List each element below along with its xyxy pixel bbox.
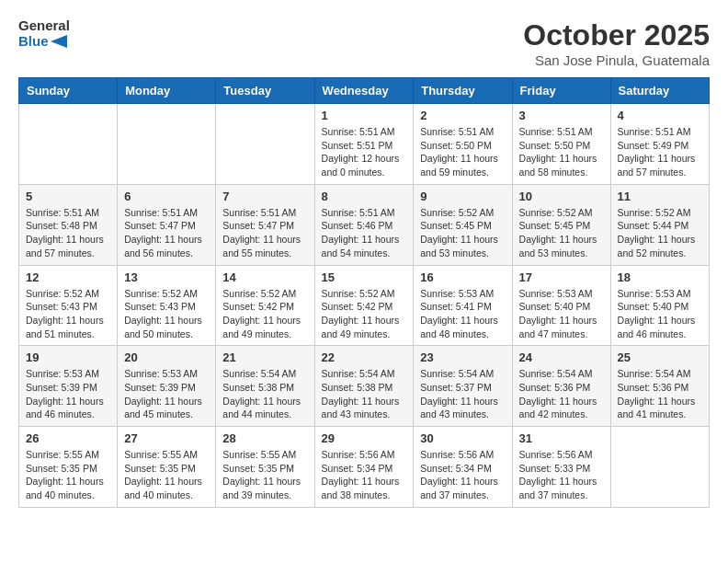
calendar-day-cell: 11Sunrise: 5:52 AMSunset: 5:44 PMDayligh… [610,184,709,265]
header-tuesday: Tuesday [216,78,314,104]
day-info: Sunrise: 5:55 AMSunset: 5:35 PMDaylight:… [222,448,307,502]
day-info: Sunrise: 5:54 AMSunset: 5:36 PMDaylight:… [618,367,702,421]
day-number: 5 [26,190,110,203]
day-number: 11 [618,190,702,203]
logo: General Blue [18,18,70,49]
day-info: Sunrise: 5:55 AMSunset: 5:35 PMDaylight:… [124,448,209,502]
svg-marker-0 [51,35,67,48]
header-thursday: Thursday [414,78,512,104]
day-number: 6 [124,190,209,203]
day-number: 27 [124,431,209,445]
calendar-day-cell: 30Sunrise: 5:56 AMSunset: 5:34 PMDayligh… [414,427,512,508]
calendar-day-cell: 18Sunrise: 5:53 AMSunset: 5:40 PMDayligh… [610,265,709,346]
day-info: Sunrise: 5:54 AMSunset: 5:37 PMDaylight:… [420,367,505,421]
day-number: 28 [222,431,307,445]
calendar-day-cell [19,104,118,185]
day-info: Sunrise: 5:53 AMSunset: 5:39 PMDaylight:… [124,367,209,421]
calendar-day-cell: 8Sunrise: 5:51 AMSunset: 5:46 PMDaylight… [314,184,414,265]
day-number: 19 [26,350,110,364]
calendar-day-cell: 12Sunrise: 5:52 AMSunset: 5:43 PMDayligh… [19,265,118,346]
calendar-subtitle: San Jose Pinula, Guatemala [523,52,710,68]
title-block: October 2025 San Jose Pinula, Guatemala [523,18,710,68]
day-info: Sunrise: 5:52 AMSunset: 5:42 PMDaylight:… [222,287,307,341]
day-info: Sunrise: 5:51 AMSunset: 5:50 PMDaylight:… [420,125,505,179]
calendar-day-cell: 9Sunrise: 5:52 AMSunset: 5:45 PMDaylight… [414,184,512,265]
calendar-day-cell: 22Sunrise: 5:54 AMSunset: 5:38 PMDayligh… [314,346,414,427]
header-wednesday: Wednesday [314,78,414,104]
day-number: 20 [124,350,209,364]
calendar-week-row: 19Sunrise: 5:53 AMSunset: 5:39 PMDayligh… [19,346,710,427]
day-info: Sunrise: 5:54 AMSunset: 5:38 PMDaylight:… [222,367,307,421]
day-info: Sunrise: 5:55 AMSunset: 5:35 PMDaylight:… [26,448,110,502]
day-info: Sunrise: 5:54 AMSunset: 5:36 PMDaylight:… [519,367,604,421]
day-number: 18 [618,270,702,284]
calendar-day-cell: 15Sunrise: 5:52 AMSunset: 5:42 PMDayligh… [314,265,414,346]
day-info: Sunrise: 5:56 AMSunset: 5:33 PMDaylight:… [519,448,604,502]
day-number: 3 [519,109,604,122]
calendar-day-cell: 10Sunrise: 5:52 AMSunset: 5:45 PMDayligh… [512,184,610,265]
day-info: Sunrise: 5:52 AMSunset: 5:45 PMDaylight:… [519,206,604,260]
calendar-day-cell: 31Sunrise: 5:56 AMSunset: 5:33 PMDayligh… [512,427,610,508]
day-info: Sunrise: 5:53 AMSunset: 5:40 PMDaylight:… [618,287,702,341]
day-number: 4 [618,109,702,122]
day-info: Sunrise: 5:52 AMSunset: 5:43 PMDaylight:… [26,287,110,341]
calendar-day-cell: 16Sunrise: 5:53 AMSunset: 5:41 PMDayligh… [414,265,512,346]
calendar-day-cell: 7Sunrise: 5:51 AMSunset: 5:47 PMDaylight… [216,184,314,265]
day-number: 26 [26,431,110,445]
calendar-day-cell: 6Sunrise: 5:51 AMSunset: 5:47 PMDaylight… [118,184,216,265]
calendar-day-cell: 14Sunrise: 5:52 AMSunset: 5:42 PMDayligh… [216,265,314,346]
calendar-day-cell: 24Sunrise: 5:54 AMSunset: 5:36 PMDayligh… [512,346,610,427]
day-number: 2 [420,109,505,122]
calendar-day-cell: 3Sunrise: 5:51 AMSunset: 5:50 PMDaylight… [512,104,610,185]
logo-text-block: General Blue [18,18,70,49]
calendar-day-cell: 1Sunrise: 5:51 AMSunset: 5:51 PMDaylight… [314,104,414,185]
day-info: Sunrise: 5:52 AMSunset: 5:42 PMDaylight:… [322,287,407,341]
calendar-day-cell: 17Sunrise: 5:53 AMSunset: 5:40 PMDayligh… [512,265,610,346]
day-number: 14 [222,270,307,284]
day-number: 31 [519,431,604,445]
calendar-day-cell: 20Sunrise: 5:53 AMSunset: 5:39 PMDayligh… [118,346,216,427]
calendar-day-cell [118,104,216,185]
day-header-row: Sunday Monday Tuesday Wednesday Thursday… [19,78,710,104]
calendar-table: Sunday Monday Tuesday Wednesday Thursday… [18,77,710,508]
calendar-day-cell: 29Sunrise: 5:56 AMSunset: 5:34 PMDayligh… [314,427,414,508]
day-info: Sunrise: 5:53 AMSunset: 5:41 PMDaylight:… [420,287,505,341]
day-number: 25 [618,350,702,364]
day-number: 23 [420,350,505,364]
calendar-day-cell: 5Sunrise: 5:51 AMSunset: 5:48 PMDaylight… [19,184,118,265]
day-info: Sunrise: 5:54 AMSunset: 5:38 PMDaylight:… [322,367,407,421]
day-info: Sunrise: 5:52 AMSunset: 5:45 PMDaylight:… [420,206,505,260]
day-number: 21 [222,350,307,364]
header-monday: Monday [118,78,216,104]
header-saturday: Saturday [610,78,709,104]
calendar-week-row: 1Sunrise: 5:51 AMSunset: 5:51 PMDaylight… [19,104,710,185]
day-info: Sunrise: 5:56 AMSunset: 5:34 PMDaylight:… [322,448,407,502]
calendar-day-cell: 25Sunrise: 5:54 AMSunset: 5:36 PMDayligh… [610,346,709,427]
day-number: 16 [420,270,505,284]
day-number: 15 [322,270,407,284]
day-number: 24 [519,350,604,364]
day-number: 12 [26,270,110,284]
day-number: 7 [222,190,307,203]
day-info: Sunrise: 5:56 AMSunset: 5:34 PMDaylight:… [420,448,505,502]
day-info: Sunrise: 5:51 AMSunset: 5:51 PMDaylight:… [322,125,407,179]
day-number: 22 [322,350,407,364]
header-friday: Friday [512,78,610,104]
calendar-day-cell [216,104,314,185]
day-info: Sunrise: 5:53 AMSunset: 5:39 PMDaylight:… [26,367,110,421]
calendar-day-cell: 28Sunrise: 5:55 AMSunset: 5:35 PMDayligh… [216,427,314,508]
day-info: Sunrise: 5:51 AMSunset: 5:47 PMDaylight:… [222,206,307,260]
header-sunday: Sunday [19,78,118,104]
calendar-day-cell: 23Sunrise: 5:54 AMSunset: 5:37 PMDayligh… [414,346,512,427]
calendar-week-row: 26Sunrise: 5:55 AMSunset: 5:35 PMDayligh… [19,427,710,508]
day-number: 9 [420,190,505,203]
day-info: Sunrise: 5:51 AMSunset: 5:50 PMDaylight:… [519,125,604,179]
day-number: 30 [420,431,505,445]
page-header: General Blue October 2025 San Jose Pinul… [18,18,710,68]
logo-blue: Blue [18,34,70,50]
day-number: 29 [322,431,407,445]
calendar-day-cell: 26Sunrise: 5:55 AMSunset: 5:35 PMDayligh… [19,427,118,508]
calendar-day-cell [610,427,709,508]
day-info: Sunrise: 5:51 AMSunset: 5:46 PMDaylight:… [322,206,407,260]
day-number: 13 [124,270,209,284]
